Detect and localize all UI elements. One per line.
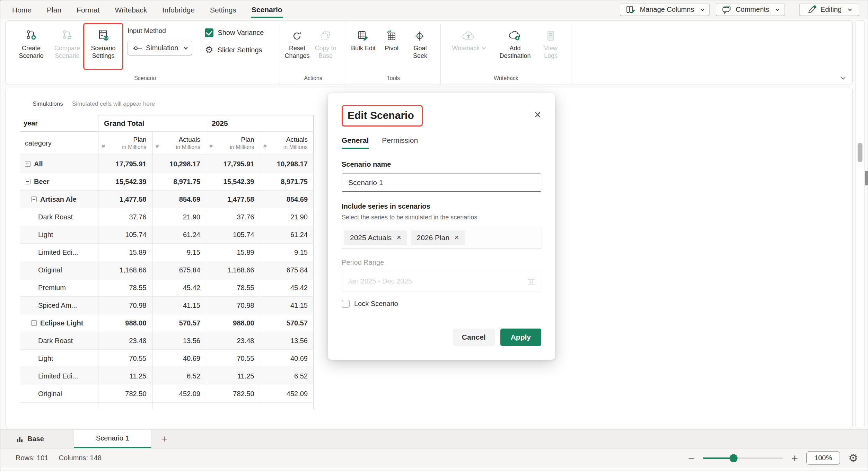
data-cell[interactable]: 21.90 bbox=[260, 208, 314, 226]
data-cell[interactable]: 70.55 bbox=[206, 350, 260, 367]
menu-home[interactable]: Home bbox=[11, 2, 32, 17]
collapse-minus-icon[interactable] bbox=[25, 179, 30, 184]
collapse-minus-icon[interactable] bbox=[31, 320, 37, 326]
unchecked-checkbox[interactable] bbox=[342, 300, 350, 308]
data-cell[interactable]: 21.90 bbox=[152, 208, 206, 226]
menu-plan[interactable]: Plan bbox=[46, 2, 62, 17]
menu-infobridge[interactable]: Infobridge bbox=[162, 2, 195, 17]
zoom-percent-button[interactable]: 100% bbox=[806, 451, 840, 465]
data-cell[interactable]: 9.15 bbox=[260, 244, 314, 261]
data-cell[interactable]: 10,298.17 bbox=[260, 155, 314, 173]
manage-columns-button[interactable]: Manage Columns bbox=[620, 3, 710, 16]
data-cell[interactable]: 15.89 bbox=[206, 244, 260, 261]
tab-permission[interactable]: Permission bbox=[382, 136, 418, 149]
data-cell[interactable]: 78.55 bbox=[98, 279, 152, 297]
input-method-dropdown[interactable]: Simulation bbox=[128, 41, 192, 55]
data-cell[interactable]: 1,477.58 bbox=[98, 191, 152, 208]
add-destination-button[interactable]: Add Destination bbox=[494, 25, 536, 60]
data-cell[interactable]: 15.89 bbox=[98, 244, 152, 261]
data-cell[interactable]: 45.42 bbox=[152, 279, 206, 297]
menu-settings[interactable]: Settings bbox=[209, 2, 237, 17]
data-cell[interactable]: 11.25 bbox=[206, 367, 260, 385]
data-cell[interactable]: 11.25 bbox=[98, 367, 152, 385]
zoom-slider[interactable] bbox=[703, 457, 783, 459]
copy-to-base-button[interactable]: Copy to Base bbox=[312, 25, 339, 60]
data-cell[interactable]: 452.09 bbox=[152, 385, 206, 403]
series-multiselect[interactable]: 2025 Actuals 2026 Plan bbox=[342, 227, 541, 249]
data-cell[interactable]: 570.57 bbox=[260, 314, 314, 332]
scenario-sheet-tab-active[interactable]: Scenario 1 bbox=[74, 430, 151, 448]
comments-button[interactable]: Comments bbox=[716, 3, 785, 16]
data-cell[interactable]: 78.55 bbox=[206, 279, 260, 297]
remove-chip-icon[interactable] bbox=[454, 234, 459, 241]
data-cell[interactable]: 13.56 bbox=[152, 332, 206, 350]
data-cell[interactable]: 37.76 bbox=[206, 208, 260, 226]
data-cell[interactable]: 988.00 bbox=[206, 314, 260, 332]
data-cell[interactable]: 6.52 bbox=[260, 367, 314, 385]
data-cell[interactable]: 40.69 bbox=[260, 350, 314, 367]
data-cell[interactable]: 23.48 bbox=[206, 332, 260, 350]
column-group-header[interactable]: Grand Total bbox=[98, 115, 206, 132]
data-cell[interactable]: 17,795.91 bbox=[98, 155, 152, 173]
edge-scrollbar-thumb[interactable] bbox=[865, 171, 868, 185]
create-scenario-button[interactable]: Create Scenario bbox=[14, 25, 49, 60]
data-cell[interactable]: 570.57 bbox=[152, 314, 206, 332]
data-cell[interactable]: 61.24 bbox=[152, 226, 206, 244]
data-cell[interactable]: 854.69 bbox=[260, 191, 314, 208]
data-cell[interactable]: 6.52 bbox=[152, 367, 206, 385]
data-cell[interactable]: 105.74 bbox=[206, 226, 260, 244]
data-cell[interactable]: 15,542.39 bbox=[206, 173, 260, 191]
data-cell[interactable]: 45.42 bbox=[260, 279, 314, 297]
data-cell[interactable]: 23.48 bbox=[98, 332, 152, 350]
base-sheet-tab[interactable]: Base bbox=[16, 430, 44, 448]
measure-header[interactable]: # Actuals in Millions bbox=[260, 132, 314, 155]
data-cell[interactable]: 70.98 bbox=[98, 297, 152, 314]
goal-seek-button[interactable]: Goal Seek bbox=[406, 25, 433, 60]
bulk-edit-button[interactable]: Bulk Edit bbox=[350, 25, 377, 52]
zoom-out-button[interactable] bbox=[688, 453, 695, 464]
scrollbar-thumb[interactable] bbox=[858, 143, 862, 162]
menu-format[interactable]: Format bbox=[76, 2, 100, 17]
remove-chip-icon[interactable] bbox=[396, 234, 401, 241]
cancel-button[interactable]: Cancel bbox=[453, 329, 495, 346]
menu-scenario[interactable]: Scenario bbox=[251, 2, 283, 18]
data-cell[interactable]: 9.15 bbox=[152, 244, 206, 261]
show-variance-checkbox[interactable]: Show Variance bbox=[205, 28, 264, 37]
data-cell[interactable]: 8,971.75 bbox=[260, 173, 314, 191]
data-cell[interactable]: 41.15 bbox=[260, 297, 314, 314]
measure-header[interactable]: # Plan in Millions bbox=[98, 132, 152, 155]
column-group-header[interactable]: 2025 bbox=[206, 115, 314, 132]
data-cell[interactable]: 675.84 bbox=[152, 261, 206, 279]
pivot-button[interactable]: Pivot bbox=[378, 25, 405, 52]
data-cell[interactable]: 13.56 bbox=[260, 332, 314, 350]
data-cell[interactable]: 15,542.39 bbox=[98, 173, 152, 191]
data-cell[interactable]: 17,795.91 bbox=[206, 155, 260, 173]
data-cell[interactable]: 1,168.66 bbox=[206, 261, 260, 279]
zoom-in-button[interactable] bbox=[791, 453, 798, 464]
data-cell[interactable]: 105.74 bbox=[98, 226, 152, 244]
reset-changes-button[interactable]: Reset Changes bbox=[283, 25, 310, 60]
data-cell[interactable]: 10,298.17 bbox=[152, 155, 206, 173]
tab-general[interactable]: General bbox=[342, 136, 369, 149]
data-cell[interactable]: 40.69 bbox=[152, 350, 206, 367]
measure-header[interactable]: # Plan in Millions bbox=[206, 132, 260, 155]
data-cell[interactable]: 452.09 bbox=[260, 385, 314, 403]
measure-header[interactable]: # Actuals in Millions bbox=[152, 132, 206, 155]
data-cell[interactable]: 8,971.75 bbox=[152, 173, 206, 191]
column-dimension-header[interactable]: category bbox=[20, 132, 98, 155]
writeback-dropdown-button[interactable]: Writeback bbox=[444, 25, 493, 52]
compare-scenario-button[interactable]: Compare Scenario bbox=[50, 25, 85, 60]
scenario-name-input[interactable] bbox=[342, 173, 541, 192]
data-cell[interactable]: 1,477.58 bbox=[206, 191, 260, 208]
data-cell[interactable]: 988.00 bbox=[98, 314, 152, 332]
data-cell[interactable]: 41.15 bbox=[152, 297, 206, 314]
collapse-ribbon-button[interactable] bbox=[842, 74, 845, 80]
menu-writeback[interactable]: Writeback bbox=[114, 2, 148, 17]
collapse-minus-icon[interactable] bbox=[25, 161, 30, 167]
apply-button[interactable]: Apply bbox=[500, 329, 541, 346]
scenario-settings-button[interactable]: Scenario Settings bbox=[86, 25, 121, 60]
data-cell[interactable]: 37.76 bbox=[98, 208, 152, 226]
row-dimension-header[interactable]: year bbox=[20, 115, 98, 132]
data-cell[interactable]: 782.50 bbox=[206, 385, 260, 403]
view-logs-button[interactable]: View Logs bbox=[537, 25, 564, 60]
